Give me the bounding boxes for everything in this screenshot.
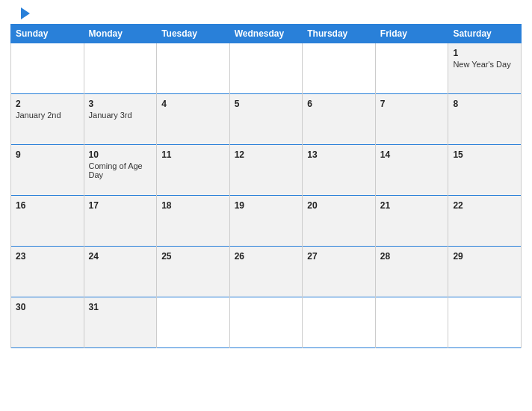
- day-number: 26: [235, 251, 298, 262]
- calendar-cell: 6: [303, 94, 376, 145]
- day-number: 6: [307, 99, 371, 109]
- calendar-cell: [84, 43, 157, 94]
- day-of-week-wednesday: Wednesday: [229, 25, 303, 43]
- day-of-week-tuesday: Tuesday: [157, 25, 230, 43]
- calendar-cell: [303, 297, 376, 348]
- calendar-header-row: SundayMondayTuesdayWednesdayThursdayFrid…: [11, 25, 522, 43]
- day-number: 18: [161, 200, 225, 211]
- calendar-week-row: 23242526272829: [11, 247, 522, 297]
- day-number: 3: [89, 99, 152, 109]
- calendar-cell: [303, 43, 376, 94]
- calendar-cell: 15: [448, 145, 522, 196]
- day-of-week-saturday: Saturday: [448, 25, 522, 43]
- day-number: 17: [89, 200, 152, 211]
- calendar-cell: 22: [448, 196, 522, 247]
- calendar-cell: 12: [229, 145, 303, 196]
- calendar-cell: 16: [11, 196, 84, 247]
- calendar-cell: [229, 297, 303, 348]
- day-number: 22: [453, 200, 516, 211]
- day-number: 23: [16, 251, 79, 262]
- calendar-cell: 23: [11, 247, 84, 297]
- day-of-week-sunday: Sunday: [11, 25, 84, 43]
- calendar-cell: 25: [157, 247, 230, 297]
- day-number: 9: [16, 149, 79, 160]
- day-number: 1: [453, 48, 516, 58]
- calendar-container: SundayMondayTuesdayWednesdayThursdayFrid…: [0, 0, 532, 411]
- calendar-event: New Year's Day: [453, 60, 516, 69]
- calendar-week-row: 2January 2nd3January 3rd45678: [11, 94, 522, 145]
- calendar-event: January 3rd: [89, 111, 152, 120]
- day-number: 14: [380, 149, 444, 160]
- day-number: 28: [380, 251, 444, 262]
- calendar-cell: 20: [303, 196, 376, 247]
- calendar-cell: 30: [11, 297, 84, 348]
- logo-flag-icon: [12, 7, 30, 19]
- calendar-cell: 2January 2nd: [11, 94, 84, 145]
- calendar-cell: [229, 43, 303, 94]
- calendar-cell: 28: [375, 247, 448, 297]
- day-number: 12: [235, 149, 298, 160]
- day-number: 29: [453, 251, 516, 262]
- calendar-cell: 26: [229, 247, 303, 297]
- day-number: 19: [235, 200, 298, 211]
- day-number: 11: [161, 149, 225, 160]
- day-number: 16: [16, 200, 79, 211]
- day-number: 13: [307, 149, 371, 160]
- calendar-cell: 11: [157, 145, 230, 196]
- calendar-cell: [157, 297, 230, 348]
- day-number: 27: [307, 251, 371, 262]
- calendar-week-row: 16171819202122: [11, 196, 522, 247]
- day-number: 15: [453, 149, 516, 160]
- calendar-cell: [157, 43, 230, 94]
- calendar-cell: [375, 43, 448, 94]
- calendar-cell: 21: [375, 196, 448, 247]
- calendar-week-row: 3031: [11, 297, 522, 348]
- day-number: 21: [380, 200, 444, 211]
- calendar-cell: 14: [375, 145, 448, 196]
- day-number: 20: [307, 200, 371, 211]
- day-of-week-monday: Monday: [84, 25, 157, 43]
- calendar-cell: [448, 297, 522, 348]
- calendar-cell: 18: [157, 196, 230, 247]
- calendar-cell: 13: [303, 145, 376, 196]
- day-number: 7: [380, 99, 444, 109]
- calendar-cell: 19: [229, 196, 303, 247]
- day-of-week-friday: Friday: [375, 25, 448, 43]
- calendar-cell: [375, 297, 448, 348]
- day-of-week-thursday: Thursday: [303, 25, 376, 43]
- calendar-cell: 27: [303, 247, 376, 297]
- calendar-cell: 9: [11, 145, 84, 196]
- calendar-cell: 4: [157, 94, 230, 145]
- calendar-cell: 3January 3rd: [84, 94, 157, 145]
- calendar-table: SundayMondayTuesdayWednesdayThursdayFrid…: [10, 24, 522, 348]
- day-number: 30: [16, 302, 79, 312]
- day-number: 2: [16, 99, 79, 109]
- calendar-week-row: 1New Year's Day: [11, 43, 522, 94]
- calendar-cell: 31: [84, 297, 157, 348]
- calendar-header: [10, 7, 522, 19]
- day-number: 25: [161, 251, 225, 262]
- calendar-cell: 10Coming of Age Day: [84, 145, 157, 196]
- logo: [10, 7, 30, 19]
- day-number: 5: [235, 99, 298, 109]
- svg-marker-0: [21, 7, 30, 19]
- day-number: 8: [453, 99, 516, 109]
- calendar-cell: 17: [84, 196, 157, 247]
- day-number: 10: [89, 149, 152, 160]
- calendar-event: January 2nd: [16, 111, 79, 120]
- calendar-event: Coming of Age Day: [89, 161, 152, 179]
- calendar-cell: 5: [229, 94, 303, 145]
- day-number: 31: [89, 302, 152, 312]
- calendar-cell: 29: [448, 247, 522, 297]
- calendar-cell: 7: [375, 94, 448, 145]
- calendar-cell: 24: [84, 247, 157, 297]
- day-number: 4: [161, 99, 225, 109]
- day-number: 24: [89, 251, 152, 262]
- calendar-cell: [11, 43, 84, 94]
- calendar-week-row: 910Coming of Age Day1112131415: [11, 145, 522, 196]
- calendar-cell: 8: [448, 94, 522, 145]
- calendar-cell: 1New Year's Day: [448, 43, 522, 94]
